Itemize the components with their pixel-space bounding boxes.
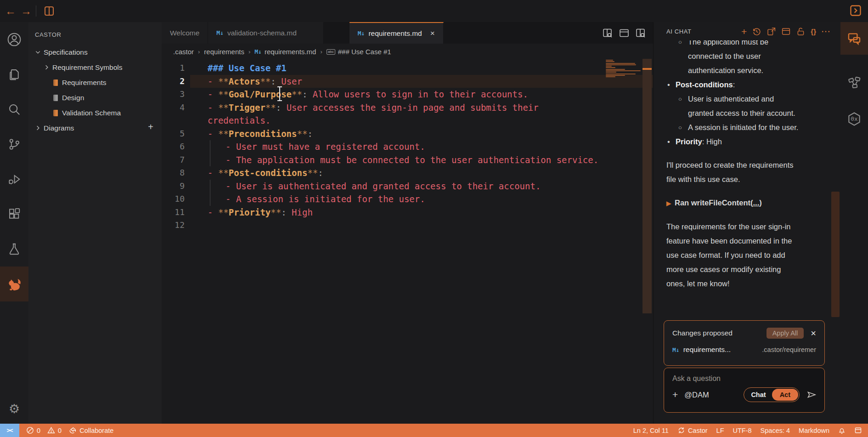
search-icon[interactable] <box>0 92 28 127</box>
breadcrumb-castor[interactable]: .castor <box>173 48 194 56</box>
breadcrumb-requirements-md[interactable]: M↓requirements.md <box>254 48 316 56</box>
chat-messages[interactable]: ○The application must beconnected to the… <box>654 40 840 320</box>
editor-group: WelcomeM↓validation-schema.mdM↓requireme… <box>162 22 653 424</box>
status-item-bell[interactable] <box>838 427 845 434</box>
title-bar: ← → <box>0 0 868 22</box>
sidebar-item-diagrams[interactable]: Diagrams+ <box>28 120 162 136</box>
close-changes-icon[interactable]: × <box>811 329 816 338</box>
chat-bubbles-icon[interactable] <box>840 22 868 55</box>
toggle-chat-label[interactable]: Chat <box>745 391 772 398</box>
chat-bullet-item: •Post-conditions: <box>666 78 827 92</box>
changed-file-row[interactable]: M↓ requirements... .castor/requiremer <box>672 346 816 354</box>
extensions-icon[interactable] <box>0 197 28 232</box>
account-icon[interactable] <box>0 22 28 57</box>
apply-all-button[interactable]: Apply All <box>767 328 804 339</box>
code-lines: 1### Use Case #12- **Actors**: User3- **… <box>162 62 653 232</box>
indent-guide <box>210 193 225 206</box>
attach-icon[interactable]: + <box>672 389 678 400</box>
scrollbar-cursor-marker <box>643 68 652 70</box>
tab-welcome[interactable]: Welcome <box>162 22 208 44</box>
line-number: 12 <box>162 219 190 232</box>
send-icon[interactable] <box>806 389 817 400</box>
close-tab-icon[interactable]: × <box>430 29 435 38</box>
sidebar-item-requirements[interactable]: Requirements <box>28 75 162 90</box>
run-debug-icon[interactable] <box>0 162 28 197</box>
chat-layout-icon[interactable] <box>781 27 791 36</box>
markdown-icon: M↓ <box>216 29 224 36</box>
tab-label: validation-schema.md <box>227 29 297 37</box>
export-chat-icon[interactable] <box>767 27 776 36</box>
split-editor-icon[interactable] <box>635 28 646 39</box>
status-item-lf[interactable]: LF <box>716 427 724 434</box>
status-item-spaces-4[interactable]: Spaces: 4 <box>761 427 790 434</box>
tree-item-label: Diagrams <box>44 124 74 132</box>
status-item-utf-8[interactable]: UTF-8 <box>733 427 752 434</box>
line-number: 4 <box>162 101 190 114</box>
line-number: 5 <box>162 127 190 141</box>
hex-0x-icon[interactable]: 0x <box>840 102 868 135</box>
status-item-ln-2-col-11[interactable]: Ln 2, Col 11 <box>633 427 669 434</box>
code-line: 8- **Post-conditions**: <box>162 166 653 180</box>
editor-actions <box>602 22 646 44</box>
chat-bullet-item: ○User is authenticated andgranted access… <box>666 92 827 120</box>
line-number: 6 <box>162 140 190 153</box>
split-editor-search-icon[interactable] <box>602 28 613 39</box>
castor-icon[interactable] <box>0 267 28 301</box>
ibeam-cursor <box>276 86 283 101</box>
new-chat-icon[interactable]: + <box>741 27 747 36</box>
forward-icon[interactable]: → <box>18 5 34 17</box>
unlock-icon[interactable] <box>796 27 806 36</box>
mention-chip[interactable]: @DAM <box>684 391 709 399</box>
sidebar-item-validation-schema[interactable]: Validation Schema <box>28 105 162 120</box>
status-item-layout[interactable] <box>854 426 862 434</box>
add-diagram-icon[interactable]: + <box>148 122 153 132</box>
sidebar-item-specifications[interactable]: Specifications <box>28 45 162 60</box>
source-control-icon[interactable] <box>0 127 28 162</box>
explorer-icon[interactable] <box>0 57 28 92</box>
status-item-0[interactable]: 0 <box>26 426 40 434</box>
breadcrumb[interactable]: .castor›requirements›M↓requirements.md›a… <box>162 44 653 60</box>
chevron-right-icon <box>43 64 50 71</box>
status-item-collaborate[interactable]: Collaborate <box>68 426 113 435</box>
sidebar-item-design[interactable]: Design <box>28 90 162 105</box>
workflow-shapes-icon[interactable] <box>840 66 868 99</box>
markdown-icon: M↓ <box>672 346 680 353</box>
back-icon[interactable]: ← <box>3 5 18 17</box>
chevron-down-icon <box>34 49 41 56</box>
chat-input-placeholder[interactable]: Ask a question <box>672 375 817 383</box>
line-number: 10 <box>162 193 190 206</box>
layout-panel-icon[interactable] <box>619 28 630 39</box>
minimap[interactable] <box>606 60 641 79</box>
breadcrumb-requirements[interactable]: requirements <box>204 48 244 56</box>
tree-item-label: Validation Schema <box>62 109 121 117</box>
tab-label: requirements.md <box>368 29 422 38</box>
toggle-act-label[interactable]: Act <box>772 389 798 401</box>
status-item-0[interactable]: 0 <box>47 426 62 434</box>
code-area[interactable]: 1### Use Case #12- **Actors**: User3- **… <box>162 60 653 424</box>
more-actions-icon[interactable]: ⋯ <box>821 27 830 36</box>
panel-toggle-icon[interactable] <box>849 4 862 17</box>
chat-scrollbar[interactable] <box>831 192 840 317</box>
indent-guide <box>210 140 225 153</box>
testing-icon[interactable] <box>0 232 28 267</box>
code-line: 1### Use Case #1 <box>162 62 653 75</box>
sidebar-item-requirement-symbols[interactable]: Requirement Symbols <box>28 60 162 75</box>
breadcrumb-separator: › <box>320 48 322 55</box>
tab-requirements-md[interactable]: M↓requirements.md× <box>349 22 444 44</box>
history-icon[interactable] <box>752 27 761 36</box>
chat-input-card[interactable]: Ask a question + @DAM Chat Act <box>664 368 825 413</box>
split-layout-icon[interactable] <box>44 6 55 17</box>
status-item-castor[interactable]: Castor <box>677 426 708 434</box>
chat-panel-title: AI CHAT <box>666 28 692 35</box>
braces-icon[interactable]: {} <box>811 28 816 35</box>
tool-call-row[interactable]: ▶Ran writeFileContent(...) <box>666 196 827 210</box>
settings-gear-icon[interactable]: ⚙ <box>0 402 28 416</box>
code-line: 7- The application must be connected to … <box>162 153 653 167</box>
book-icon <box>52 94 59 102</box>
remote-indicator[interactable]: >< <box>0 424 19 437</box>
chat-act-toggle[interactable]: Chat Act <box>744 387 800 402</box>
breadcrumb-use-case-1[interactable]: abc### Use Case #1 <box>327 48 391 56</box>
status-item-markdown[interactable]: Markdown <box>799 427 829 434</box>
editor-scrollbar[interactable] <box>643 59 652 313</box>
tab-validation-schema-md[interactable]: M↓validation-schema.md <box>208 22 323 44</box>
